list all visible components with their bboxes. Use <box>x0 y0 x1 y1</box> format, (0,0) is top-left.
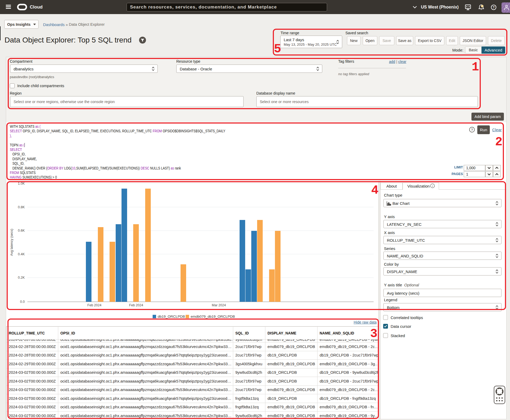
svg-text:Feb 2024: Feb 2024 <box>129 303 143 307</box>
svg-text:0.0: 0.0 <box>20 300 25 304</box>
svg-text:?: ? <box>493 6 495 9</box>
svg-text:Feb 2024: Feb 2024 <box>87 303 102 307</box>
svg-text:0.6K: 0.6K <box>18 229 25 232</box>
svg-text:?: ? <box>471 128 473 132</box>
svg-text:0.8K: 0.8K <box>18 205 25 209</box>
svg-text:Avg latency (secs): Avg latency (secs) <box>10 229 14 256</box>
svg-text:Mar 2024: Mar 2024 <box>212 303 226 307</box>
svg-text:0.2K: 0.2K <box>18 276 25 279</box>
svg-text:1.0K: 1.0K <box>18 182 25 185</box>
svg-text:i: i <box>432 184 433 188</box>
svg-text:0.4K: 0.4K <box>18 252 25 256</box>
